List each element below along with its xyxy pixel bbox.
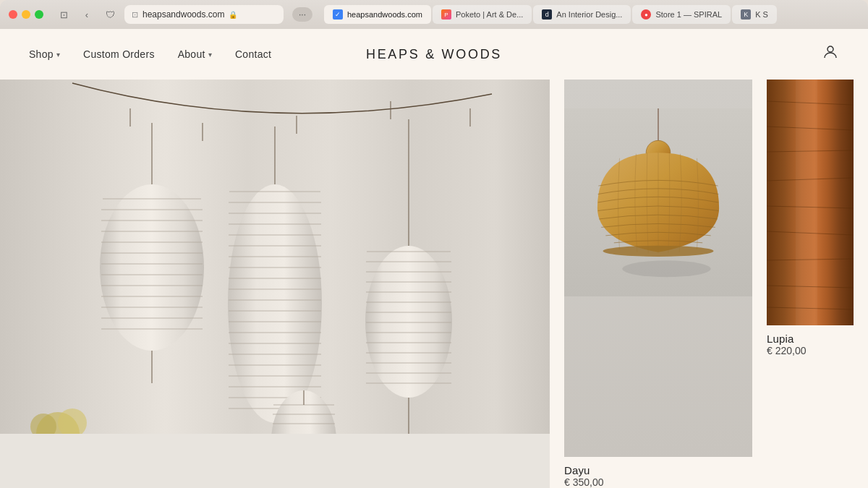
lanterns-svg xyxy=(0,80,550,434)
nav-custom-orders[interactable]: Custom Orders xyxy=(83,48,155,60)
lupia-product-name: Lupia xyxy=(767,333,854,345)
lock-icon: 🔒 xyxy=(229,11,237,19)
close-button[interactable] xyxy=(9,10,17,19)
browser-controls: ⊡ ‹ 🛡 xyxy=(55,7,119,22)
tab-k[interactable]: K K S xyxy=(732,5,777,24)
tab-interior[interactable]: d An Interior Desig... xyxy=(533,5,631,24)
tabs-bar: ✓ heapsandwoods.com P Poketo | Art & De.… xyxy=(324,5,859,24)
tab-poketo[interactable]: P Poketo | Art & De... xyxy=(433,5,532,24)
nav-shop[interactable]: Shop ▾ xyxy=(29,48,60,60)
tab-favicon-interior: d xyxy=(542,9,552,20)
product-lupia[interactable]: Lupia € 220,00 xyxy=(767,80,854,488)
svg-point-75 xyxy=(603,246,714,257)
tab-label-heapsandwoods: heapsandwoods.com xyxy=(347,10,422,19)
lupia-product-price: € 220,00 xyxy=(767,345,854,356)
tab-heapsandwoods[interactable]: ✓ heapsandwoods.com xyxy=(324,5,431,24)
dayu-product-info: Dayu € 350,00 xyxy=(564,457,752,488)
right-products-panel: Dayu € 350,00 xyxy=(550,80,868,488)
dayu-product-price: € 350,00 xyxy=(564,476,752,488)
tab-favicon-k: K xyxy=(741,9,751,20)
nav-left: Shop ▾ Custom Orders About ▾ Contact xyxy=(29,48,271,60)
left-hero-image xyxy=(0,80,550,488)
main-content: Dayu € 350,00 xyxy=(0,80,868,488)
product-dayu[interactable]: Dayu € 350,00 xyxy=(564,80,752,488)
tab-spiral[interactable]: ● Store 1 — SPIRAL xyxy=(632,5,731,24)
tab-favicon-poketo: P xyxy=(441,9,451,20)
address-text: heapsandwoods.com xyxy=(142,9,224,20)
user-account-icon[interactable] xyxy=(822,43,839,65)
svg-point-76 xyxy=(622,260,710,277)
site-logo[interactable]: HEAPS & WOODS xyxy=(366,47,502,62)
svg-rect-87 xyxy=(796,80,817,325)
svg-point-24 xyxy=(228,184,322,423)
website: Shop ▾ Custom Orders About ▾ Contact HEA… xyxy=(0,29,868,488)
lupia-wood-svg xyxy=(767,80,854,325)
more-options-button[interactable]: ··· xyxy=(292,7,312,22)
nav-about[interactable]: About ▾ xyxy=(178,48,212,60)
nav-about-label: About xyxy=(178,48,205,60)
tab-favicon-heapsandwoods: ✓ xyxy=(333,9,343,20)
dayu-product-name: Dayu xyxy=(564,464,752,476)
minimize-button[interactable] xyxy=(22,10,30,19)
nav-custom-orders-label: Custom Orders xyxy=(83,48,155,60)
lupia-product-image xyxy=(767,80,854,325)
maximize-button[interactable] xyxy=(35,10,43,19)
nav-contact-label: Contact xyxy=(235,48,271,60)
tab-favicon-spiral: ● xyxy=(641,9,651,20)
nav-shop-label: Shop xyxy=(29,48,54,60)
lupia-product-info: Lupia € 220,00 xyxy=(767,325,854,356)
tab-label-spiral: Store 1 — SPIRAL xyxy=(655,10,722,19)
svg-point-8 xyxy=(100,184,204,351)
traffic-lights xyxy=(9,10,43,19)
tab-label-k: K S xyxy=(755,10,768,19)
nav-about-chevron: ▾ xyxy=(208,51,212,59)
back-button[interactable]: ‹ xyxy=(78,7,95,22)
secure-tab-icon: ⊡ xyxy=(132,10,138,20)
products-row: Dayu € 350,00 xyxy=(564,80,854,488)
tab-label-interior: An Interior Desig... xyxy=(556,10,622,19)
nav-right xyxy=(822,43,839,65)
address-bar[interactable]: ⊡ heapsandwoods.com 🔒 xyxy=(124,5,284,24)
tab-label-poketo: Poketo | Art & De... xyxy=(456,10,523,19)
sidebar-toggle[interactable]: ⊡ xyxy=(55,7,72,22)
nav-shop-chevron: ▾ xyxy=(56,51,60,59)
nav-contact[interactable]: Contact xyxy=(235,48,271,60)
shield-icon: 🛡 xyxy=(101,7,119,22)
browser-chrome: ⊡ ‹ 🛡 ⊡ heapsandwoods.com 🔒 ··· ✓ heapsa… xyxy=(0,0,868,29)
dayu-product-image xyxy=(564,80,752,457)
dayu-lamp-svg xyxy=(564,80,752,325)
svg-point-47 xyxy=(365,246,452,398)
navigation: Shop ▾ Custom Orders About ▾ Contact HEA… xyxy=(0,29,868,80)
svg-point-0 xyxy=(827,46,833,52)
